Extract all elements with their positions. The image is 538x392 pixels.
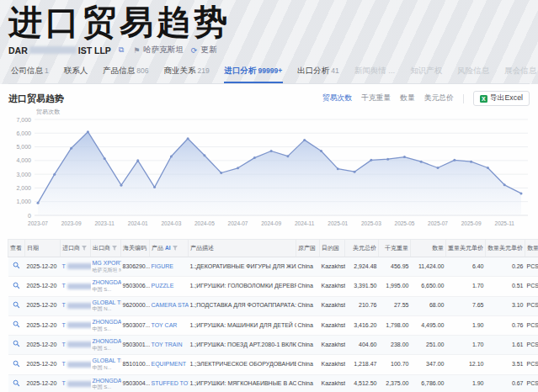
import-trend-chart: 01,0002,0003,0004,0005,0006,0007,000贸易次数…	[8, 108, 530, 237]
exporter-link[interactable]: ZHONGDA...中国 S...	[91, 336, 121, 355]
chart-point[interactable]	[503, 183, 506, 186]
usd-total-cell: 3,391.50	[345, 277, 379, 296]
chart-point[interactable]	[270, 150, 273, 152]
column-header-exporter[interactable]: 出口商	[91, 240, 121, 257]
metric-quantity[interactable]: 数量	[400, 93, 415, 103]
exporter-link[interactable]: MG XPORT...哈萨克斯坦 N...	[91, 257, 121, 277]
chart-point[interactable]	[37, 202, 40, 204]
chart-point[interactable]	[87, 130, 89, 133]
chart-point[interactable]	[420, 161, 423, 163]
view-icon[interactable]	[13, 379, 20, 387]
chart-point[interactable]	[437, 167, 439, 169]
column-header-weight_kg: 千克重量	[379, 240, 411, 257]
usd-per-kg-cell: 7.65	[446, 296, 486, 315]
view-icon[interactable]	[13, 282, 20, 289]
company-name-redacted	[29, 46, 77, 54]
x-axis-tick: 2023-07	[28, 220, 48, 226]
chart-point[interactable]	[286, 155, 289, 157]
chart-point[interactable]	[53, 173, 56, 176]
exporter-link[interactable]: ZHONGDA...中国 S...	[91, 277, 121, 296]
chart-point[interactable]	[104, 157, 106, 160]
product-link[interactable]: CAMERA STAND	[150, 296, 189, 315]
refresh-button[interactable]: ⟳更新	[191, 45, 217, 56]
location-icon: ⚑	[133, 46, 140, 55]
chart-point[interactable]	[120, 184, 122, 187]
view-cell[interactable]	[8, 315, 25, 335]
metric-usd-total[interactable]: 美元总价	[424, 93, 454, 103]
product-link[interactable]: PUZZLE	[150, 277, 189, 296]
exporter-link[interactable]: ZHONGDA...中国 S...	[91, 315, 121, 335]
refresh-label: 更新	[200, 45, 216, 56]
chart-point[interactable]	[403, 156, 406, 158]
view-cell[interactable]	[8, 336, 25, 355]
tab-bar: 公司信息1联系人产品信息806商业关系219进口分析99999+出口分析41新闻…	[8, 63, 530, 84]
destination-cell: Kazakhst...	[320, 296, 345, 315]
chart-point[interactable]	[470, 161, 472, 163]
tab-import-analysis[interactable]: 进口分析99999+	[224, 63, 284, 83]
chart-point[interactable]	[303, 139, 306, 141]
column-header-product[interactable]: 产品AI	[150, 240, 189, 257]
view-icon[interactable]	[13, 360, 20, 368]
product-link[interactable]: STUFFED TOY	[150, 374, 189, 392]
exporter-link[interactable]: GLOBAL TR...中国 N...	[91, 355, 121, 374]
view-cell[interactable]	[8, 355, 25, 374]
product-link[interactable]: TOY CAR	[150, 315, 189, 335]
view-cell[interactable]	[8, 374, 25, 392]
product-link[interactable]: TOY TRAIN	[150, 336, 189, 355]
chart-point[interactable]	[453, 159, 455, 162]
exporter-link[interactable]: GLOBAL TR...中国 N...	[91, 296, 121, 315]
date-cell: 2025-12-20	[25, 296, 61, 315]
metric-weight-kg[interactable]: 千克重量	[361, 93, 391, 103]
chart-point[interactable]	[187, 137, 189, 140]
export-excel-button[interactable]: X 导出Excel	[473, 91, 530, 106]
importer-link[interactable]: TA...	[61, 277, 91, 296]
chart-point[interactable]	[386, 158, 389, 161]
chart-point[interactable]	[337, 167, 339, 170]
filter-icon[interactable]	[112, 246, 117, 251]
importer-link[interactable]: TA...	[61, 257, 91, 277]
view-icon[interactable]	[13, 301, 20, 309]
importer-link[interactable]: TA...	[61, 355, 91, 374]
tab-contacts[interactable]: 联系人	[63, 63, 89, 83]
hs-code-cell: 9503006...	[121, 277, 150, 296]
product-link[interactable]: EQUIPMENT	[150, 355, 189, 374]
chart-point[interactable]	[370, 159, 372, 162]
column-header-usd_per_unit: 数量美元单价	[486, 240, 525, 257]
chart-point[interactable]	[203, 154, 205, 156]
chart-point[interactable]	[354, 171, 356, 173]
importer-link[interactable]: TA...	[61, 336, 91, 355]
tab-export-analysis[interactable]: 出口分析41	[296, 63, 339, 83]
tab-company-info[interactable]: 公司信息1	[10, 63, 50, 83]
chart-point[interactable]	[320, 150, 322, 152]
view-cell[interactable]	[8, 257, 25, 277]
importer-link[interactable]: TA...	[61, 374, 91, 392]
chart-point[interactable]	[253, 156, 256, 159]
chart-point[interactable]	[520, 192, 523, 194]
chart-point[interactable]	[220, 172, 222, 174]
chart-point[interactable]	[237, 167, 239, 169]
weight-cell: 456.95	[379, 257, 411, 277]
chart-point[interactable]	[70, 147, 72, 150]
tab-business-relations[interactable]: 商业关系219	[162, 63, 210, 83]
copy-icon[interactable]: ⧉	[119, 45, 124, 55]
view-icon[interactable]	[13, 340, 20, 347]
filter-icon[interactable]	[82, 246, 87, 251]
product-link[interactable]: FIGURE	[150, 257, 189, 277]
chart-point[interactable]	[153, 186, 156, 188]
view-cell[interactable]	[8, 296, 25, 315]
chart-point[interactable]	[136, 159, 139, 162]
column-header-importer[interactable]: 进口商	[61, 240, 91, 257]
chart-point[interactable]	[487, 167, 489, 169]
filter-icon[interactable]	[173, 246, 178, 251]
importer-redacted	[67, 263, 91, 269]
importer-link[interactable]: TA...	[61, 315, 91, 335]
origin-cell: China	[296, 355, 320, 374]
importer-link[interactable]: TA...	[61, 296, 91, 315]
view-cell[interactable]	[8, 277, 25, 296]
chart-point[interactable]	[170, 155, 173, 157]
metric-trade-count[interactable]: 贸易次数	[322, 93, 352, 103]
view-icon[interactable]	[13, 262, 20, 269]
view-icon[interactable]	[13, 320, 20, 328]
exporter-link[interactable]: ZHONGDA...中国 S...	[91, 374, 121, 392]
tab-product-info[interactable]: 产品信息806	[102, 63, 149, 83]
